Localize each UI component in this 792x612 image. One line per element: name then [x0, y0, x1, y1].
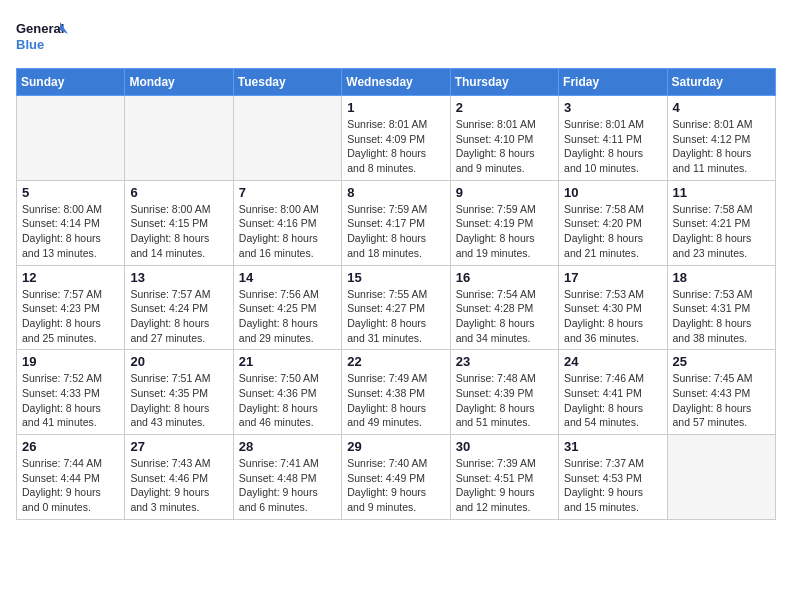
day-number: 3 [564, 100, 661, 115]
calendar-cell: 18Sunrise: 7:53 AM Sunset: 4:31 PM Dayli… [667, 265, 775, 350]
day-info: Sunrise: 8:00 AM Sunset: 4:16 PM Dayligh… [239, 202, 336, 261]
day-info: Sunrise: 7:44 AM Sunset: 4:44 PM Dayligh… [22, 456, 119, 515]
calendar-cell: 9Sunrise: 7:59 AM Sunset: 4:19 PM Daylig… [450, 180, 558, 265]
day-info: Sunrise: 7:53 AM Sunset: 4:30 PM Dayligh… [564, 287, 661, 346]
weekday-header-monday: Monday [125, 69, 233, 96]
calendar-cell: 19Sunrise: 7:52 AM Sunset: 4:33 PM Dayli… [17, 350, 125, 435]
svg-text:General: General [16, 21, 64, 36]
day-info: Sunrise: 8:01 AM Sunset: 4:09 PM Dayligh… [347, 117, 444, 176]
day-info: Sunrise: 8:01 AM Sunset: 4:12 PM Dayligh… [673, 117, 770, 176]
day-number: 19 [22, 354, 119, 369]
day-number: 24 [564, 354, 661, 369]
calendar-cell: 21Sunrise: 7:50 AM Sunset: 4:36 PM Dayli… [233, 350, 341, 435]
day-number: 27 [130, 439, 227, 454]
day-info: Sunrise: 7:50 AM Sunset: 4:36 PM Dayligh… [239, 371, 336, 430]
week-row-3: 19Sunrise: 7:52 AM Sunset: 4:33 PM Dayli… [17, 350, 776, 435]
day-info: Sunrise: 7:55 AM Sunset: 4:27 PM Dayligh… [347, 287, 444, 346]
week-row-2: 12Sunrise: 7:57 AM Sunset: 4:23 PM Dayli… [17, 265, 776, 350]
day-number: 8 [347, 185, 444, 200]
calendar-cell: 22Sunrise: 7:49 AM Sunset: 4:38 PM Dayli… [342, 350, 450, 435]
week-row-1: 5Sunrise: 8:00 AM Sunset: 4:14 PM Daylig… [17, 180, 776, 265]
calendar-cell [667, 435, 775, 520]
day-info: Sunrise: 7:56 AM Sunset: 4:25 PM Dayligh… [239, 287, 336, 346]
calendar-cell: 29Sunrise: 7:40 AM Sunset: 4:49 PM Dayli… [342, 435, 450, 520]
day-info: Sunrise: 7:39 AM Sunset: 4:51 PM Dayligh… [456, 456, 553, 515]
weekday-header-friday: Friday [559, 69, 667, 96]
day-number: 5 [22, 185, 119, 200]
day-number: 6 [130, 185, 227, 200]
calendar-cell [233, 96, 341, 181]
day-info: Sunrise: 7:58 AM Sunset: 4:20 PM Dayligh… [564, 202, 661, 261]
day-info: Sunrise: 7:51 AM Sunset: 4:35 PM Dayligh… [130, 371, 227, 430]
day-info: Sunrise: 7:43 AM Sunset: 4:46 PM Dayligh… [130, 456, 227, 515]
calendar-cell: 2Sunrise: 8:01 AM Sunset: 4:10 PM Daylig… [450, 96, 558, 181]
logo-icon: General Blue [16, 16, 68, 56]
day-info: Sunrise: 7:41 AM Sunset: 4:48 PM Dayligh… [239, 456, 336, 515]
calendar-cell: 4Sunrise: 8:01 AM Sunset: 4:12 PM Daylig… [667, 96, 775, 181]
day-number: 15 [347, 270, 444, 285]
day-info: Sunrise: 8:00 AM Sunset: 4:14 PM Dayligh… [22, 202, 119, 261]
day-number: 28 [239, 439, 336, 454]
day-number: 14 [239, 270, 336, 285]
day-info: Sunrise: 7:40 AM Sunset: 4:49 PM Dayligh… [347, 456, 444, 515]
calendar-cell: 6Sunrise: 8:00 AM Sunset: 4:15 PM Daylig… [125, 180, 233, 265]
calendar-cell: 15Sunrise: 7:55 AM Sunset: 4:27 PM Dayli… [342, 265, 450, 350]
week-row-4: 26Sunrise: 7:44 AM Sunset: 4:44 PM Dayli… [17, 435, 776, 520]
day-number: 22 [347, 354, 444, 369]
day-number: 11 [673, 185, 770, 200]
day-number: 9 [456, 185, 553, 200]
day-info: Sunrise: 7:52 AM Sunset: 4:33 PM Dayligh… [22, 371, 119, 430]
day-number: 30 [456, 439, 553, 454]
calendar-cell [125, 96, 233, 181]
calendar-cell: 14Sunrise: 7:56 AM Sunset: 4:25 PM Dayli… [233, 265, 341, 350]
calendar-cell: 25Sunrise: 7:45 AM Sunset: 4:43 PM Dayli… [667, 350, 775, 435]
day-info: Sunrise: 8:01 AM Sunset: 4:11 PM Dayligh… [564, 117, 661, 176]
weekday-header-sunday: Sunday [17, 69, 125, 96]
calendar-cell: 31Sunrise: 7:37 AM Sunset: 4:53 PM Dayli… [559, 435, 667, 520]
day-info: Sunrise: 7:45 AM Sunset: 4:43 PM Dayligh… [673, 371, 770, 430]
week-row-0: 1Sunrise: 8:01 AM Sunset: 4:09 PM Daylig… [17, 96, 776, 181]
day-number: 4 [673, 100, 770, 115]
weekday-header-saturday: Saturday [667, 69, 775, 96]
calendar-cell [17, 96, 125, 181]
day-info: Sunrise: 7:54 AM Sunset: 4:28 PM Dayligh… [456, 287, 553, 346]
calendar-cell: 12Sunrise: 7:57 AM Sunset: 4:23 PM Dayli… [17, 265, 125, 350]
calendar-cell: 1Sunrise: 8:01 AM Sunset: 4:09 PM Daylig… [342, 96, 450, 181]
day-number: 17 [564, 270, 661, 285]
day-info: Sunrise: 7:59 AM Sunset: 4:19 PM Dayligh… [456, 202, 553, 261]
calendar-cell: 30Sunrise: 7:39 AM Sunset: 4:51 PM Dayli… [450, 435, 558, 520]
calendar-cell: 5Sunrise: 8:00 AM Sunset: 4:14 PM Daylig… [17, 180, 125, 265]
day-info: Sunrise: 8:01 AM Sunset: 4:10 PM Dayligh… [456, 117, 553, 176]
calendar-cell: 23Sunrise: 7:48 AM Sunset: 4:39 PM Dayli… [450, 350, 558, 435]
day-number: 29 [347, 439, 444, 454]
calendar-table: SundayMondayTuesdayWednesdayThursdayFrid… [16, 68, 776, 520]
weekday-header-wednesday: Wednesday [342, 69, 450, 96]
day-number: 2 [456, 100, 553, 115]
calendar-cell: 8Sunrise: 7:59 AM Sunset: 4:17 PM Daylig… [342, 180, 450, 265]
day-info: Sunrise: 7:48 AM Sunset: 4:39 PM Dayligh… [456, 371, 553, 430]
page-header: General Blue [16, 16, 776, 56]
calendar-cell: 13Sunrise: 7:57 AM Sunset: 4:24 PM Dayli… [125, 265, 233, 350]
day-info: Sunrise: 7:53 AM Sunset: 4:31 PM Dayligh… [673, 287, 770, 346]
weekday-header-row: SundayMondayTuesdayWednesdayThursdayFrid… [17, 69, 776, 96]
day-number: 1 [347, 100, 444, 115]
day-info: Sunrise: 8:00 AM Sunset: 4:15 PM Dayligh… [130, 202, 227, 261]
calendar-cell: 26Sunrise: 7:44 AM Sunset: 4:44 PM Dayli… [17, 435, 125, 520]
calendar-cell: 11Sunrise: 7:58 AM Sunset: 4:21 PM Dayli… [667, 180, 775, 265]
weekday-header-thursday: Thursday [450, 69, 558, 96]
day-info: Sunrise: 7:49 AM Sunset: 4:38 PM Dayligh… [347, 371, 444, 430]
calendar-cell: 3Sunrise: 8:01 AM Sunset: 4:11 PM Daylig… [559, 96, 667, 181]
day-number: 25 [673, 354, 770, 369]
day-number: 21 [239, 354, 336, 369]
svg-text:Blue: Blue [16, 37, 44, 52]
day-number: 18 [673, 270, 770, 285]
calendar-cell: 28Sunrise: 7:41 AM Sunset: 4:48 PM Dayli… [233, 435, 341, 520]
calendar-cell: 24Sunrise: 7:46 AM Sunset: 4:41 PM Dayli… [559, 350, 667, 435]
day-info: Sunrise: 7:59 AM Sunset: 4:17 PM Dayligh… [347, 202, 444, 261]
day-info: Sunrise: 7:37 AM Sunset: 4:53 PM Dayligh… [564, 456, 661, 515]
day-number: 16 [456, 270, 553, 285]
day-info: Sunrise: 7:57 AM Sunset: 4:23 PM Dayligh… [22, 287, 119, 346]
weekday-header-tuesday: Tuesday [233, 69, 341, 96]
calendar-cell: 7Sunrise: 8:00 AM Sunset: 4:16 PM Daylig… [233, 180, 341, 265]
day-number: 23 [456, 354, 553, 369]
